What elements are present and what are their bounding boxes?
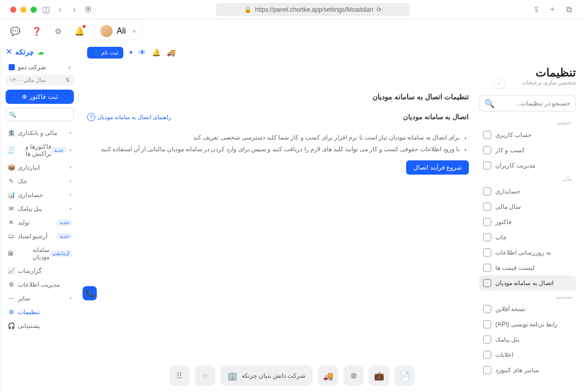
nav-item[interactable]: ▾مالی و بانکداری🏦 — [6, 126, 74, 139]
nav-item[interactable]: ▾سایر⋯ — [6, 292, 74, 305]
dock-briefcase-icon[interactable]: 💼 — [369, 366, 389, 386]
create-invoice-button[interactable]: ثبت فاکتور ⊕ — [6, 90, 74, 104]
settings-search[interactable]: 🔍 — [479, 95, 576, 111]
user-icon: 👤 — [92, 49, 99, 56]
settings-nav-item[interactable]: رابط برنامه نویسی (API) — [479, 317, 576, 332]
settings-nav-item[interactable]: پنل پیامک — [479, 332, 576, 347]
nav-item[interactable]: جدیدتولید✕ — [6, 216, 74, 229]
badge: آزمایشی — [49, 250, 72, 257]
snav-icon — [483, 233, 491, 241]
bell-icon[interactable]: 🔔 — [152, 48, 161, 57]
settings-nav-item[interactable]: حسابداری — [479, 184, 576, 199]
snav-label: اتصال به سامانه مودیان — [495, 279, 553, 287]
nav-label: گزارشات — [18, 267, 42, 274]
snav-icon — [483, 146, 491, 154]
nav-item[interactable]: ▾جدیدفاکتورها و تراکنش ها🧾 — [6, 140, 74, 160]
nav-item[interactable]: ▾چک✎ — [6, 175, 74, 188]
start-process-button[interactable]: شروع فرآیند اتصال — [406, 160, 469, 175]
dock-apps-icon[interactable]: ⠿ — [169, 366, 190, 386]
truck-icon[interactable]: 🚚 — [167, 48, 175, 57]
tabs-icon[interactable]: ⧉ — [564, 5, 574, 15]
nav-item[interactable]: ▾حسابداری📊 — [6, 188, 74, 202]
settings-icon[interactable]: ⚙ — [51, 24, 65, 38]
maximize-window[interactable] — [31, 7, 37, 13]
question-icon: ? — [87, 113, 95, 121]
dock-company[interactable]: 🏢 شرکت دانش بنیان چرتکه — [220, 366, 312, 386]
nav-icon: 🏦 — [8, 129, 15, 136]
snav-icon — [483, 203, 491, 211]
sidebar-toggle-icon[interactable]: ◫ — [41, 5, 51, 15]
back-icon[interactable]: ‹ — [55, 5, 65, 15]
nav-icon: 🎧 — [8, 322, 15, 329]
forward-icon[interactable]: › — [69, 5, 79, 15]
minimize-window[interactable] — [20, 7, 26, 13]
sidebar-search-input[interactable] — [16, 111, 70, 118]
view-icon[interactable]: 👁 — [139, 48, 146, 57]
sidebar-collapse-button[interactable]: › — [494, 77, 505, 89]
nav-item[interactable]: ▾انبارداری📦 — [6, 161, 74, 174]
nav-item[interactable]: تنظیمات⚙ — [6, 305, 74, 319]
settings-nav-item[interactable]: مدیریت کاربران — [479, 158, 576, 173]
settings-nav-item[interactable]: حساب کاربری — [479, 127, 576, 143]
notification-icon[interactable]: 🔔 — [72, 24, 87, 38]
close-window[interactable] — [10, 7, 16, 13]
chat-icon[interactable]: 💬 — [8, 24, 22, 38]
nav-label: مالی و بانکداری — [18, 129, 57, 136]
register-button[interactable]: 👤 ثبت نام — [87, 47, 123, 59]
dock-grid-icon[interactable]: ⁘ — [195, 366, 215, 386]
snav-label: حسابداری — [495, 188, 520, 195]
fiscal-year-selector[interactable]: ⇅ سال مالی ۱۴۰۰ — [6, 75, 74, 86]
dock-wheel-icon[interactable]: ☸ — [343, 366, 364, 386]
nav-item[interactable]: پشتیبانی🎧 — [6, 319, 74, 332]
nav-label: فاکتورها و تراکنش ها — [18, 143, 51, 157]
settings-search-input[interactable] — [495, 100, 570, 107]
nav-label: تنظیمات — [18, 309, 40, 316]
url-bar[interactable]: 🔒 https://panel.chortke.app/settings/Moa… — [216, 3, 410, 16]
nav-label: مدیریت اطلاعات — [18, 281, 60, 288]
settings-nav-item[interactable]: اتصال به سامانه مودیان — [479, 275, 576, 291]
user-menu[interactable]: Ali ▾ — [94, 22, 142, 40]
phone-fab[interactable]: 📞 — [83, 286, 97, 300]
settings-nav-item[interactable]: لیست قیمت ها — [479, 260, 576, 275]
group-general: عمومی — [479, 117, 576, 127]
chevron-down-icon: ▾ — [69, 296, 72, 301]
reload-icon[interactable]: ⟳ — [377, 6, 382, 13]
nav-item[interactable]: مدیریت اطلاعات⚙ — [6, 278, 74, 291]
settings-nav-item[interactable]: کسب و کار — [479, 143, 576, 158]
dock-delivery-icon[interactable]: 🚚 — [318, 366, 338, 386]
help-icon[interactable]: ❓ — [30, 24, 44, 38]
company-selector[interactable]: ▾ شرکت دمو — [6, 62, 74, 73]
nav-label: پشتیبانی — [18, 322, 40, 329]
avatar — [100, 25, 113, 37]
settings-nav-item[interactable]: فاکتور — [479, 214, 576, 230]
fiscal-year-label: سال مالی ۱۴۰۰ — [10, 77, 46, 83]
nav-label: سایر — [18, 295, 30, 302]
snav-label: سال مالی — [495, 203, 521, 210]
cloud-icon: ☁ — [37, 48, 44, 56]
snav-label: نسخه آفلاین — [495, 305, 525, 313]
settings-nav-item[interactable]: نسخه آفلاین — [479, 301, 576, 317]
settings-nav-item[interactable]: میانبر های کیبورد — [479, 362, 576, 378]
sidebar-search[interactable]: 🔍 — [6, 108, 74, 121]
help-link[interactable]: راهنمای اتصال به سامانه مودیان ? — [87, 113, 171, 121]
shield-icon[interactable]: ⛨ — [84, 5, 94, 15]
settings-nav-item[interactable]: چاپ — [479, 230, 576, 245]
nav-label: انبارداری — [18, 164, 40, 171]
company-icon — [9, 64, 15, 70]
snav-icon — [483, 335, 491, 344]
nav-item[interactable]: ▾پنل پیامک✉ — [6, 202, 74, 215]
plus-icon: ⊕ — [22, 93, 27, 100]
settings-nav-item[interactable]: سال مالی — [479, 199, 576, 214]
dock-file-icon[interactable]: 📄 — [394, 366, 415, 386]
settings-nav-item[interactable]: به روزرسانی اطلاعات — [479, 245, 576, 260]
nav-item[interactable]: جدیدآرشیو اسناد🗂 — [6, 230, 74, 243]
new-tab-icon[interactable]: ＋ — [547, 5, 558, 15]
nav-item[interactable]: آزمایشیسامانه مودیان🏛 — [6, 243, 74, 264]
bullet-2: با ورود اطلاعات حقوقی کسب و کار می توانی… — [87, 144, 460, 155]
nav-icon: 📦 — [8, 164, 15, 171]
dropdown-toggle[interactable]: ▾ — [129, 49, 132, 56]
nav-item[interactable]: گزارشات📈 — [6, 264, 74, 277]
page-title: تنظیمات — [479, 66, 576, 79]
share-icon[interactable]: ⇪ — [531, 5, 541, 15]
settings-nav-item[interactable]: اعلانات — [479, 347, 576, 362]
